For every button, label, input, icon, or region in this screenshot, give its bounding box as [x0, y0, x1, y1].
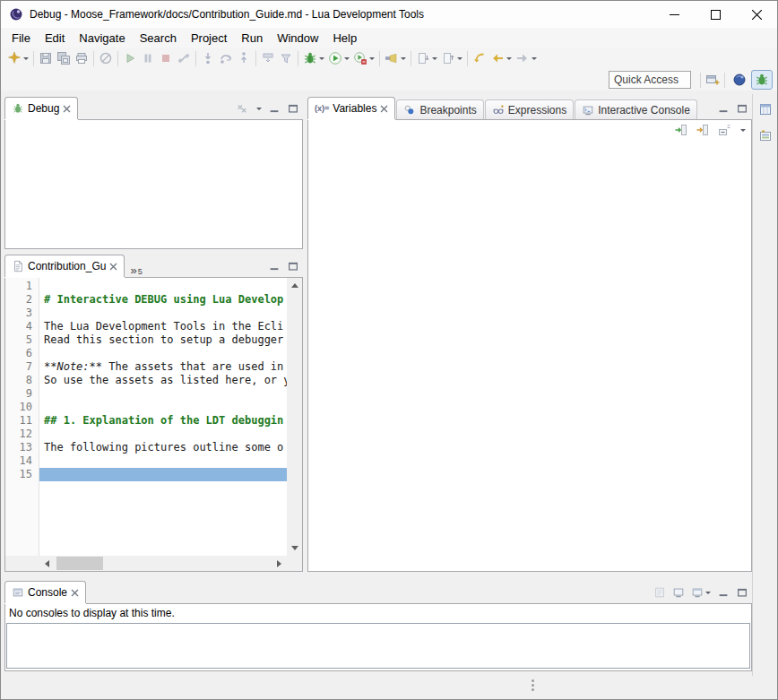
tab-close-icon[interactable]: [380, 105, 388, 113]
editor-line[interactable]: 15: [5, 468, 287, 481]
code-text[interactable]: The Lua Development Tools in the Ecli: [39, 320, 287, 333]
menu-help[interactable]: Help: [325, 30, 364, 47]
editor-horizontal-scrollbar[interactable]: [39, 556, 287, 571]
code-text[interactable]: [39, 454, 287, 468]
minimize-view-icon[interactable]: [717, 586, 730, 599]
editor-line[interactable]: 11## 1. Explanation of the LDT debuggin: [5, 414, 287, 428]
run-button[interactable]: [326, 48, 351, 68]
minimize-view-icon[interactable]: [268, 102, 281, 115]
dropdown-arrow-icon[interactable]: [319, 57, 324, 60]
code-text[interactable]: The following pictures outline some o: [39, 441, 287, 454]
menu-search[interactable]: Search: [133, 30, 184, 47]
display-console-icon[interactable]: [672, 586, 685, 599]
editor-line[interactable]: 1: [5, 280, 287, 293]
tab-interactive-console[interactable]: Interactive Console: [575, 99, 697, 119]
editor-line[interactable]: 5Read this section to setup a debugger: [5, 333, 287, 347]
menu-file[interactable]: File: [4, 30, 38, 47]
tab-close-icon[interactable]: [63, 105, 71, 113]
open-console-button[interactable]: [691, 586, 711, 599]
code-text[interactable]: [39, 387, 287, 401]
window-close-button[interactable]: [736, 1, 777, 28]
editor-line[interactable]: 13The following pictures outline some o: [5, 441, 287, 454]
menu-window[interactable]: Window: [270, 30, 325, 47]
resume-button[interactable]: [121, 48, 139, 68]
view-menu-icon[interactable]: [740, 129, 746, 132]
dropdown-arrow-icon[interactable]: [705, 592, 711, 594]
tab-expressions[interactable]: Expressions: [485, 99, 574, 119]
menu-navigate[interactable]: Navigate: [72, 30, 132, 47]
debug-button[interactable]: [301, 48, 326, 68]
print-button[interactable]: [73, 48, 91, 68]
tab-debug[interactable]: Debug: [4, 97, 78, 119]
step-into-button[interactable]: [199, 48, 217, 68]
editor-text-area[interactable]: 12# Interactive DEBUG using Lua Develop3…: [5, 278, 287, 556]
view-menu-icon[interactable]: [256, 108, 262, 110]
suspend-button[interactable]: [139, 48, 157, 68]
editor-line[interactable]: 6: [5, 347, 287, 360]
disconnect-button[interactable]: [175, 48, 193, 68]
maximize-view-icon[interactable]: [736, 102, 748, 115]
code-text[interactable]: **Note:** The assets that are used in: [39, 360, 287, 374]
minimize-view-icon[interactable]: [268, 260, 281, 272]
window-maximize-button[interactable]: [695, 1, 736, 28]
code-text[interactable]: Read this section to setup a debugger: [39, 333, 287, 347]
code-text[interactable]: [39, 468, 287, 481]
tab-breakpoints[interactable]: Breakpoints: [396, 99, 483, 119]
editor-line[interactable]: 7**Note:** The assets that are used in: [5, 360, 287, 374]
scroll-left-button[interactable]: [39, 556, 55, 571]
remove-all-terminated-icon[interactable]: [236, 102, 248, 115]
next-annotation-button[interactable]: [414, 48, 439, 68]
scroll-right-button[interactable]: [272, 556, 287, 571]
tab-close-icon[interactable]: [109, 263, 117, 271]
variables-tree-area[interactable]: [308, 140, 751, 571]
editor-line[interactable]: 4The Lua Development Tools in the Ecli: [5, 320, 287, 333]
last-edit-location-button[interactable]: [471, 48, 488, 68]
show-logical-structure-icon[interactable]: [674, 123, 688, 137]
code-text[interactable]: So use the assets as listed here, or y: [39, 374, 287, 387]
previous-annotation-button[interactable]: [439, 48, 464, 68]
terminate-button[interactable]: [157, 48, 175, 68]
code-text[interactable]: # Interactive DEBUG using Lua Develop: [39, 293, 287, 307]
tab-close-icon[interactable]: [71, 589, 79, 597]
open-perspective-button[interactable]: [704, 70, 722, 90]
editor-line[interactable]: 14: [5, 454, 287, 468]
save-button[interactable]: [37, 48, 55, 68]
maximize-view-icon[interactable]: [736, 586, 748, 599]
step-over-button[interactable]: [217, 48, 235, 68]
dropdown-arrow-icon[interactable]: [506, 57, 512, 60]
code-text[interactable]: ## 1. Explanation of the LDT debuggin: [39, 414, 287, 428]
dropdown-arrow-icon[interactable]: [532, 57, 537, 60]
search-button[interactable]: [383, 48, 408, 68]
dropdown-arrow-icon[interactable]: [23, 57, 29, 60]
maximize-view-icon[interactable]: [287, 260, 299, 272]
skip-all-breakpoints-button[interactable]: [97, 48, 115, 68]
debug-view-content[interactable]: [4, 119, 303, 249]
collapse-all-icon[interactable]: [717, 123, 731, 137]
tab-contribution-guide[interactable]: Contribution_Gu: [4, 255, 125, 277]
dropdown-arrow-icon[interactable]: [401, 57, 406, 60]
editor-line[interactable]: 3: [5, 307, 287, 320]
editor-line[interactable]: 12: [5, 428, 287, 441]
step-return-button[interactable]: [235, 48, 253, 68]
editor-vertical-scrollbar[interactable]: [287, 278, 302, 556]
editor-tab-overflow-button[interactable]: » 5: [125, 265, 146, 277]
scroll-down-button[interactable]: [287, 540, 302, 556]
minimize-view-icon[interactable]: [717, 102, 730, 115]
tab-console[interactable]: Console: [4, 581, 86, 603]
quick-access-input[interactable]: Quick Access: [609, 71, 691, 89]
show-type-names-icon[interactable]: [696, 123, 710, 137]
editor-line[interactable]: 10: [5, 401, 287, 414]
scrollbar-thumb[interactable]: [56, 557, 103, 570]
drop-to-frame-button[interactable]: [259, 48, 277, 68]
back-button[interactable]: [488, 48, 514, 68]
forward-button[interactable]: [514, 48, 539, 68]
scroll-up-button[interactable]: [287, 278, 302, 293]
code-text[interactable]: [39, 307, 287, 320]
use-step-filters-button[interactable]: [277, 48, 295, 68]
tab-variables[interactable]: (x)= Variables: [307, 97, 395, 119]
code-text[interactable]: [39, 401, 287, 414]
new-wizard-button[interactable]: [5, 48, 30, 68]
save-all-button[interactable]: [55, 48, 73, 68]
console-output-area[interactable]: [6, 623, 750, 669]
editor-line[interactable]: 2# Interactive DEBUG using Lua Develop: [5, 293, 287, 307]
